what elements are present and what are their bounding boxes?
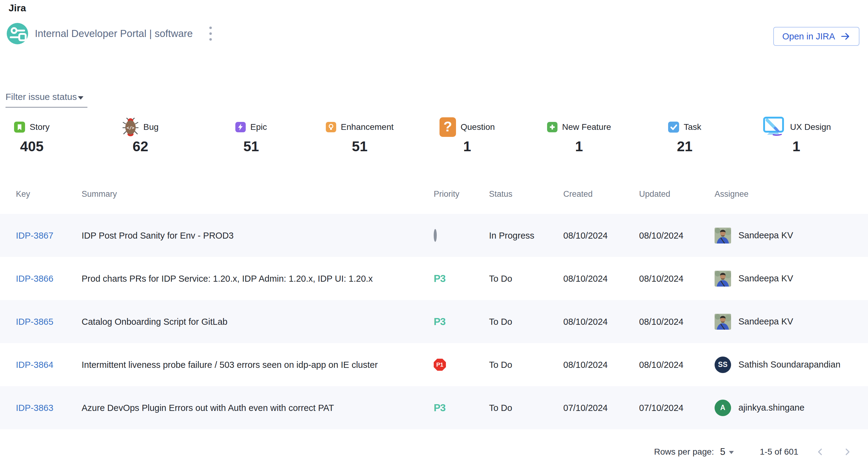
priority-none-icon: [434, 229, 437, 242]
issue-status: To Do: [489, 317, 512, 327]
issue-created: 07/10/2024: [563, 403, 608, 413]
column-header-priority: Priority: [434, 190, 459, 199]
table-row: IDP-3866 Prod charts PRs for IDP Service…: [0, 257, 868, 300]
project-header: Internal Developer Portal | software: [7, 23, 214, 44]
issue-status: To Do: [489, 273, 512, 284]
enhancement-count: 51: [352, 138, 367, 154]
issue-summary: Catalog Onboarding Script for GitLab: [82, 317, 227, 327]
issue-created: 08/10/2024: [563, 317, 608, 327]
assignee-name: Sandeepa KV: [738, 273, 793, 284]
column-header-summary: Summary: [82, 190, 117, 199]
issue-status: To Do: [489, 360, 512, 370]
enhancement-icon: [326, 122, 336, 132]
kebab-menu-icon[interactable]: [208, 25, 214, 42]
counter-story: Story 405: [14, 117, 50, 154]
epic-icon: [235, 122, 246, 132]
avatar: [715, 228, 731, 243]
column-header-created: Created: [563, 190, 593, 199]
issue-updated: 08/10/2024: [639, 317, 683, 327]
project-name: Internal Developer Portal | software: [35, 28, 193, 39]
issue-updated: 07/10/2024: [639, 403, 683, 413]
issue-updated: 08/10/2024: [639, 230, 683, 240]
column-header-key: Key: [16, 190, 30, 199]
column-header-status: Status: [489, 190, 513, 199]
counter-question: ? Question 1: [439, 117, 495, 154]
bug-count: 62: [133, 138, 148, 154]
table-row: IDP-3865 Catalog Onboarding Script for G…: [0, 300, 868, 343]
assignee-name: Sandeepa KV: [738, 230, 793, 240]
table-header: Key Summary Priority Status Created Upda…: [0, 186, 868, 204]
task-icon: [668, 122, 679, 133]
issue-summary: Prod charts PRs for IDP Service: 1.20.x,…: [82, 273, 373, 284]
counter-bug: </> Bug 62: [122, 117, 159, 154]
pagination-bar: Rows per page: 5 1-5 of 601: [0, 441, 868, 463]
priority-p3-icon: P3: [434, 316, 445, 328]
issue-key-link[interactable]: IDP-3865: [16, 317, 54, 327]
counter-new-feature: New Feature 1: [547, 117, 611, 154]
next-page-button[interactable]: [840, 441, 854, 463]
issue-created: 08/10/2024: [563, 360, 608, 370]
counter-ux-design: UX Design 1: [762, 117, 831, 154]
issue-status: To Do: [489, 403, 512, 413]
open-in-jira-label: Open in JIRA: [782, 31, 835, 41]
issue-key-link[interactable]: IDP-3863: [16, 403, 54, 413]
priority-p3-icon: P3: [434, 273, 445, 285]
issue-summary: Azure DevOps Plugin Errors out with Auth…: [82, 403, 334, 413]
issue-status: In Progress: [489, 230, 534, 240]
table-row: IDP-3863 Azure DevOps Plugin Errors out …: [0, 386, 868, 429]
counter-epic: Epic 51: [235, 117, 267, 154]
epic-count: 51: [243, 138, 259, 154]
avatar: [715, 271, 731, 287]
issue-summary: IDP Post Prod Sanity for Env - PROD3: [82, 230, 234, 240]
priority-p1-icon: P1: [434, 359, 446, 371]
project-logo-icon: [7, 23, 28, 44]
assignee-name: ajinkya.shingane: [738, 403, 804, 413]
counter-task: Task 21: [668, 117, 702, 154]
arrow-right-icon: [840, 31, 850, 41]
filter-issue-status-select[interactable]: Filter issue status: [5, 92, 87, 107]
chevron-left-icon: [815, 447, 826, 457]
pagination-range: 1-5 of 601: [760, 441, 798, 463]
task-count: 21: [677, 138, 692, 154]
avatar: [715, 314, 731, 330]
avatar: SS: [715, 357, 731, 373]
issue-created: 08/10/2024: [563, 273, 608, 284]
open-in-jira-button[interactable]: Open in JIRA: [773, 27, 860, 46]
ux-design-count: 1: [793, 138, 801, 154]
chevron-right-icon: [842, 447, 852, 457]
issue-updated: 08/10/2024: [639, 273, 683, 284]
column-header-updated: Updated: [639, 190, 670, 199]
rows-per-page-select[interactable]: 5: [720, 441, 734, 463]
issue-summary: Intermittent liveness probe failure / 50…: [82, 360, 378, 370]
priority-p3-icon: P3: [434, 402, 445, 414]
counter-enhancement: Enhancement 51: [326, 117, 394, 154]
assignee-name: Sandeepa KV: [738, 317, 793, 327]
issue-key-link[interactable]: IDP-3866: [16, 273, 54, 284]
story-count: 405: [20, 138, 44, 154]
widget-title: Jira: [8, 2, 26, 14]
chevron-down-icon: [729, 451, 734, 454]
new-feature-icon: [547, 122, 557, 132]
table-row: IDP-3867 IDP Post Prod Sanity for Env - …: [0, 214, 868, 257]
issue-key-link[interactable]: IDP-3864: [16, 360, 54, 370]
new-feature-count: 1: [575, 138, 583, 154]
question-icon: ?: [439, 117, 456, 137]
filter-issue-status-label: Filter issue status: [5, 92, 77, 102]
table-row: IDP-3864 Intermittent liveness probe fai…: [0, 343, 868, 386]
issue-updated: 08/10/2024: [639, 360, 683, 370]
rows-per-page-label: Rows per page:: [654, 441, 714, 463]
svg-text:</>: </>: [127, 125, 134, 130]
jira-widget: Jira Internal Developer Portal | softwar…: [0, 0, 868, 465]
story-icon: [14, 122, 25, 133]
avatar: A: [715, 400, 731, 416]
svg-text:?: ?: [443, 119, 452, 134]
question-count: 1: [463, 138, 471, 154]
assignee-name: Sathish Soundarapandian: [738, 360, 840, 370]
ux-design-icon: [762, 117, 785, 138]
issue-created: 08/10/2024: [563, 230, 608, 240]
previous-page-button[interactable]: [814, 441, 827, 463]
column-header-assignee: Assignee: [715, 190, 748, 199]
chevron-down-icon: [78, 96, 84, 100]
bug-icon: </>: [122, 117, 139, 137]
issue-key-link[interactable]: IDP-3867: [16, 230, 54, 240]
